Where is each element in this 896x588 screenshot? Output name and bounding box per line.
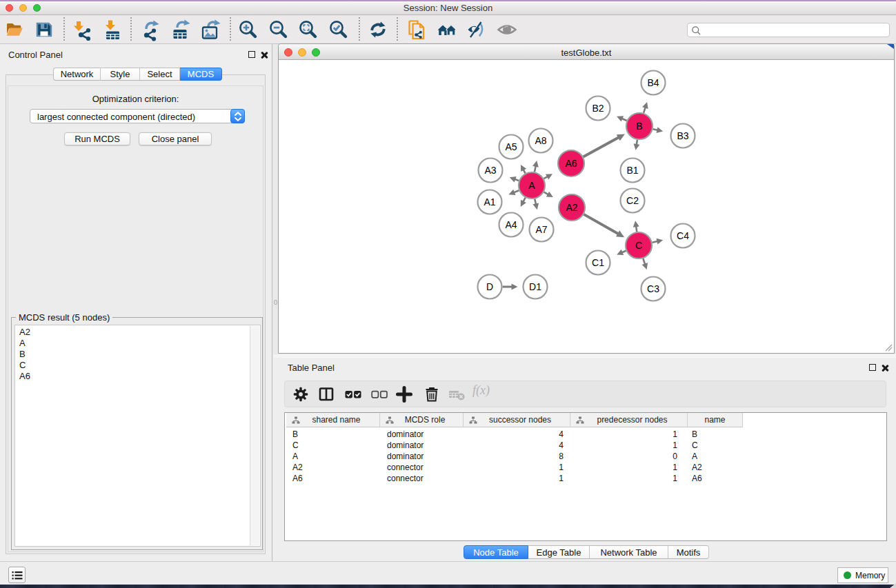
cell-name[interactable]: B <box>692 429 743 440</box>
search-input[interactable] <box>703 24 886 36</box>
cell-predecessor_nodes[interactable]: 0 <box>570 451 677 462</box>
float-panel-icon[interactable] <box>248 51 255 58</box>
cell-shared_name[interactable]: A6 <box>292 473 380 484</box>
export-table-icon[interactable] <box>169 18 192 41</box>
result-scrollbar[interactable] <box>250 326 259 545</box>
result-item[interactable]: B <box>19 349 30 360</box>
cell-mcds_role[interactable]: dominator <box>387 429 464 440</box>
select-all-checkboxes-icon[interactable] <box>344 385 362 403</box>
graph-node-label: A <box>528 180 535 191</box>
os-titlebar: Session: New Session <box>0 0 896 15</box>
cell-successor_nodes[interactable]: 4 <box>464 429 564 440</box>
edge-A6-B[interactable] <box>584 137 619 157</box>
hide-graphics-details-icon[interactable] <box>464 18 488 41</box>
tab-network[interactable]: Network <box>53 68 101 81</box>
table-panel-title: Table Panel <box>288 363 335 373</box>
graph-node-label: A4 <box>505 219 517 230</box>
delete-column-icon[interactable] <box>423 385 441 403</box>
column-header-shared-name[interactable]: shared name <box>286 413 380 427</box>
cell-mcds_role[interactable]: connector <box>387 462 464 473</box>
node-table: shared nameMCDS rolesuccessor nodesprede… <box>284 412 887 541</box>
zoom-selected-icon[interactable] <box>327 18 350 41</box>
tab-edge-table[interactable]: Edge Table <box>528 545 590 559</box>
function-builder-icon[interactable]: f(x) <box>472 383 490 398</box>
edge-arrowhead <box>656 239 663 245</box>
delete-table-icon[interactable] <box>448 385 466 403</box>
memory-button[interactable]: Memory <box>837 567 888 583</box>
tab-select[interactable]: Select <box>140 68 180 81</box>
close-panel-button[interactable]: Close panel <box>139 132 212 145</box>
cell-name[interactable]: A6 <box>692 473 743 484</box>
control-panel-tabs: NetworkStyleSelectMCDS <box>53 68 222 81</box>
tab-node-table[interactable]: Node Table <box>464 545 528 559</box>
result-item[interactable]: C <box>19 360 30 371</box>
zoom-fit-icon[interactable] <box>297 18 320 41</box>
add-column-icon[interactable] <box>395 385 413 403</box>
zoom-out-icon[interactable] <box>267 18 290 41</box>
clone-network-icon[interactable] <box>405 18 428 41</box>
window-resize-grip[interactable] <box>884 343 893 352</box>
column-header-predecessor-nodes[interactable]: predecessor nodes <box>570 413 688 427</box>
network-window-titlebar[interactable]: testGlobe.txt <box>279 44 894 60</box>
graph-node-label: A3 <box>484 165 496 176</box>
column-header-successor-nodes[interactable]: successor nodes <box>464 413 570 427</box>
cell-successor_nodes[interactable]: 8 <box>464 451 564 462</box>
table-toolbar: f(x) <box>284 381 886 407</box>
cell-name[interactable]: C <box>692 440 743 451</box>
cell-predecessor_nodes[interactable]: 1 <box>570 473 677 484</box>
reset-view-icon[interactable] <box>435 18 459 41</box>
cell-mcds_role[interactable]: connector <box>387 473 464 484</box>
tab-mcds[interactable]: MCDS <box>180 68 222 81</box>
cell-shared_name[interactable]: A <box>292 451 380 462</box>
network-view[interactable]: AA1A2A3A4A5A6A7A8BB1B2B3B4CC1C2C3C4DD1 <box>279 60 894 353</box>
cell-predecessor_nodes[interactable]: 1 <box>570 429 677 440</box>
cell-name[interactable]: A2 <box>692 462 743 473</box>
column-header-name[interactable]: name <box>688 413 743 427</box>
network-graph[interactable]: AA1A2A3A4A5A6A7A8BB1B2B3B4CC1C2C3C4DD1 <box>279 60 894 353</box>
split-columns-icon[interactable] <box>317 385 335 403</box>
close-panel-icon[interactable] <box>260 51 268 59</box>
show-graphics-details-icon[interactable] <box>495 18 519 41</box>
application-window: Session: New Session <box>0 0 896 588</box>
cell-mcds_role[interactable]: dominator <box>387 451 464 462</box>
export-image-icon[interactable] <box>199 18 222 41</box>
cell-shared_name[interactable]: C <box>292 440 380 451</box>
import-table-icon[interactable] <box>101 18 124 41</box>
close-table-panel-icon[interactable] <box>881 364 888 372</box>
result-item[interactable]: A <box>19 338 30 349</box>
result-item[interactable]: A6 <box>19 371 30 382</box>
save-session-icon[interactable] <box>32 18 56 41</box>
run-mcds-button[interactable]: Run MCDS <box>64 132 130 145</box>
zoom-in-icon[interactable] <box>237 18 260 41</box>
cell-shared_name[interactable]: A2 <box>292 462 380 473</box>
cell-predecessor_nodes[interactable]: 1 <box>570 440 677 451</box>
cell-successor_nodes[interactable]: 4 <box>464 440 564 451</box>
import-network-icon[interactable] <box>71 18 94 41</box>
table-settings-icon[interactable] <box>292 385 310 403</box>
cell-mcds_role[interactable]: dominator <box>387 440 464 451</box>
criterion-dropdown[interactable]: largest connected component (directed) <box>30 109 245 123</box>
tab-motifs[interactable]: Motifs <box>668 545 709 559</box>
cell-predecessor_nodes[interactable]: 1 <box>570 462 677 473</box>
task-history-button[interactable] <box>8 567 26 583</box>
cell-shared_name[interactable]: B <box>292 429 380 440</box>
tab-style[interactable]: Style <box>101 68 140 81</box>
refresh-layout-icon[interactable] <box>366 18 390 41</box>
window-title: Session: New Session <box>0 3 896 13</box>
cell-successor_nodes[interactable]: 1 <box>464 473 564 484</box>
export-network-icon[interactable] <box>139 18 163 41</box>
status-bar: Memory <box>0 561 896 585</box>
tab-network-table[interactable]: Network Table <box>590 545 668 559</box>
main-toolbar <box>0 15 896 44</box>
clear-checkboxes-icon[interactable] <box>370 385 388 403</box>
float-table-panel-icon[interactable] <box>869 364 876 371</box>
result-item[interactable]: A2 <box>19 327 30 338</box>
edge-A2-C[interactable] <box>584 214 619 234</box>
column-header-MCDS-role[interactable]: MCDS role <box>380 413 464 427</box>
cell-name[interactable]: A <box>692 451 743 462</box>
graph-node-label: A2 <box>566 202 577 213</box>
mcds-result-list[interactable]: A2ABCA6 <box>14 325 261 547</box>
splitter-handle-vertical[interactable] <box>274 300 277 305</box>
open-session-icon[interactable] <box>3 18 26 41</box>
cell-successor_nodes[interactable]: 1 <box>464 462 564 473</box>
